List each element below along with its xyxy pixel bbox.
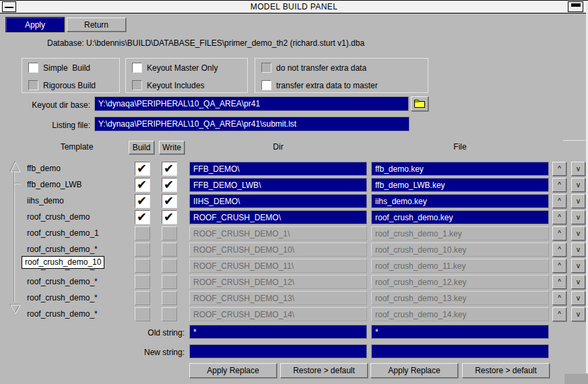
template-name[interactable]: roof_crush_demo_* [27,293,98,302]
build-checkbox[interactable] [135,226,150,241]
write-checkbox[interactable] [162,243,177,257]
row-down-button[interactable]: v [571,210,585,224]
file-input[interactable]: roof_crush_demo.key [371,210,549,224]
row-down-button[interactable]: v [571,259,585,273]
file-input[interactable]: roof_crush_demo_13.key [371,291,549,305]
file-input[interactable]: roof_crush_demo_12.key [371,275,549,289]
check-icon: ✔ [137,177,147,191]
dir-input[interactable]: ROOF_CRUSH_DEMO_11\ [189,259,367,273]
row-down-button[interactable]: v [571,162,585,176]
file-new-string-input[interactable] [371,344,549,358]
write-checkbox[interactable]: ✔ [162,162,177,176]
build-checkbox[interactable] [135,259,150,273]
file-input[interactable]: iihs_demo.key [371,194,549,208]
template-scrollbar[interactable] [4,156,27,321]
row-up-button[interactable]: ^ [552,226,566,241]
write-column-button[interactable]: Write [159,141,185,154]
keyout-dir-base-input[interactable]: Y:\dynaqa\PERIPHERAL\10_QA_AREA\pr41 [94,96,409,111]
row-down-button[interactable]: v [571,243,585,257]
dir-input[interactable]: FFB_DEMO_LWB\ [189,178,367,192]
row-up-button[interactable]: ^ [552,162,566,176]
dir-input[interactable]: FFB_DEMO\ [189,162,367,176]
row-up-button[interactable]: ^ [552,275,566,289]
template-name[interactable]: roof_crush_demo_1 [27,228,99,238]
window-title: MODEL BUILD PANEL [0,2,588,11]
build-checkbox[interactable]: ✔ [135,194,150,208]
write-checkbox[interactable] [162,226,177,241]
return-button[interactable]: Return [67,18,126,32]
file-input[interactable]: roof_crush_demo_10.key [371,243,549,257]
row-up-button[interactable]: ^ [552,178,566,192]
write-checkbox[interactable] [162,291,177,305]
file-input[interactable]: roof_crush_demo_11.key [371,259,549,273]
template-name[interactable]: iihs_demo [27,196,64,205]
dir-column-header: Dir [189,142,367,152]
dir-apply-replace-button[interactable]: Apply Replace [189,363,277,378]
row-down-button[interactable]: v [571,275,585,289]
write-checkbox[interactable]: ✔ [162,178,177,192]
listing-file-input[interactable]: Y:\dynaqa\PERIPHERAL\10_QA_AREA\pr41\sub… [94,117,410,131]
table-row: roof_crush_demo_*ROOF_CRUSH_DEMO_14\roof… [0,307,588,321]
dir-input[interactable]: ROOF_CRUSH_DEMO_12\ [189,275,367,289]
template-name[interactable]: roof_crush_demo_* [27,245,98,254]
row-up-button[interactable]: ^ [552,243,566,257]
write-checkbox[interactable] [162,259,177,273]
window-maximize-button[interactable] [568,1,583,12]
file-restore-default-button[interactable]: Restore > default [462,363,550,378]
row-down-button[interactable]: v [571,194,585,208]
row-down-button[interactable]: v [571,307,585,321]
dir-input[interactable]: ROOF_CRUSH_DEMO_10\ [189,243,367,257]
row-down-button[interactable]: v [571,291,585,305]
row-up-button[interactable]: ^ [552,307,566,321]
template-name[interactable]: ffb_demo_LWB [27,180,82,189]
dir-input[interactable]: ROOF_CRUSH_DEMO_14\ [189,307,367,321]
apply-button[interactable]: Apply [6,18,64,32]
dir-new-string-input[interactable] [189,344,367,358]
row-down-button[interactable]: v [571,178,585,192]
dir-input[interactable]: ROOF_CRUSH_DEMO_1\ [189,226,367,241]
file-input[interactable]: ffb_demo.key [371,162,549,176]
keyout-includes-checkbox[interactable] [132,80,142,90]
template-name[interactable]: roof_crush_demo_* [27,277,98,286]
keyout-master-only-checkbox[interactable] [132,63,142,73]
row-up-button[interactable]: ^ [552,291,566,305]
browse-folder-button[interactable] [411,96,428,111]
row-up-button[interactable]: ^ [552,210,566,224]
row-down-button[interactable]: v [571,226,585,241]
build-column-button[interactable]: Build [129,141,154,154]
file-input[interactable]: roof_crush_demo_1.key [371,226,549,241]
build-checkbox[interactable] [135,243,150,257]
file-apply-replace-button[interactable]: Apply Replace [370,363,458,378]
file-input[interactable]: ffb_demo_LWB.key [371,178,549,192]
transfer-extra-master-label: transfer extra data to master [276,81,378,90]
template-name[interactable]: roof_crush_demo [27,212,90,222]
file-input[interactable]: roof_crush_demo_14.key [371,307,549,321]
window-menu-button[interactable] [2,1,16,12]
table-row: roof_crush_demo_*ROOF_CRUSH_DEMO_10\roof… [0,243,588,257]
file-old-string-input[interactable]: * [371,325,549,339]
build-checkbox[interactable] [135,307,150,321]
no-transfer-extra-checkbox[interactable] [261,63,271,73]
dir-old-string-input[interactable]: * [189,325,367,339]
template-name[interactable]: ffb_demo [27,164,61,173]
dir-input[interactable]: ROOF_CRUSH_DEMO_13\ [189,291,367,305]
write-checkbox[interactable]: ✔ [162,194,177,208]
dir-input[interactable]: IIHS_DEMO\ [189,194,367,208]
dir-restore-default-button[interactable]: Restore > default [280,363,368,378]
row-up-button[interactable]: ^ [552,194,566,208]
write-checkbox[interactable]: ✔ [162,210,177,224]
build-checkbox[interactable] [135,275,150,289]
write-checkbox[interactable] [162,307,177,321]
transfer-extra-master-checkbox[interactable] [261,80,271,90]
build-checkbox[interactable]: ✔ [135,178,150,192]
template-name[interactable]: roof_crush_demo_* [27,309,98,319]
dir-input[interactable]: ROOF_CRUSH_DEMO\ [189,210,367,224]
write-checkbox[interactable] [162,275,177,289]
build-checkbox[interactable]: ✔ [135,162,150,176]
rigorous-build-label: Rigorous Build [43,81,96,90]
row-up-button[interactable]: ^ [552,259,566,273]
build-checkbox[interactable] [135,291,150,305]
build-checkbox[interactable]: ✔ [135,210,150,224]
rigorous-build-checkbox[interactable] [28,80,38,90]
simple-build-checkbox[interactable] [28,63,38,73]
